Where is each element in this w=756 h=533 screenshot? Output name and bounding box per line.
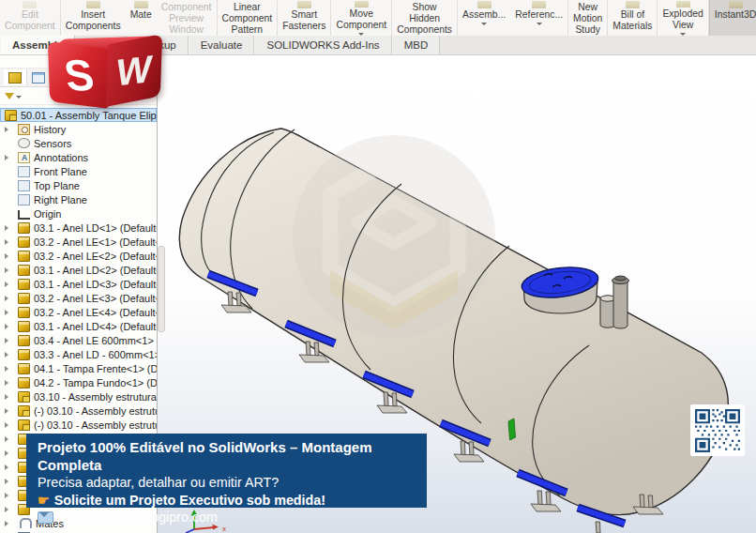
tree-item[interactable]: 03.2 - Anel LE<2> (Default<<Def [0,249,157,263]
expand-arrow-icon[interactable] [5,521,12,526]
expand-arrow-icon[interactable] [5,338,12,343]
expand-arrow-icon[interactable] [5,296,12,301]
toolbar-button-label: Referenc... [515,9,563,21]
tree-item[interactable]: 04.2 - Tampa Fundo<1> (Default [0,375,157,389]
toolbar-button-label: Exploded View [662,8,703,31]
tree-item-label: Top Plane [34,180,80,191]
tree-item[interactable]: 03.2 - Anel LE<3> (Default<<Def [0,291,157,305]
tree-item-label: 03.3 - Anel LD - 600mm<1> (Def [34,349,157,360]
tree-item[interactable]: History [0,122,157,136]
expand-arrow-icon[interactable] [5,450,12,456]
tree-item[interactable]: Front Plane [0,164,157,178]
toolbar-button[interactable]: Insert Components [61,0,126,36]
tree-item[interactable]: 03.2 - Anel LE<4> (Default<<Def [0,305,157,319]
tree-item[interactable]: (-) 03.10 - Assembly estrutura de [0,404,157,418]
expand-arrow-icon[interactable] [5,155,12,160]
toolbar-button-icon [729,1,743,8]
tree-item[interactable]: Top Plane [0,178,157,192]
expand-arrow-icon[interactable] [5,366,12,372]
expand-arrow-icon[interactable] [5,422,12,428]
toolbar-button[interactable]: Assemb... [458,0,510,36]
toolbar-button-icon [477,1,491,8]
expand-arrow-icon[interactable] [5,408,12,414]
tree-item-icon [18,363,30,374]
tree-item-icon [18,251,30,262]
tree-item-label: Origin [34,208,61,220]
tree-item[interactable]: 50.01 - Assembly Tanque Elipse Com [0,108,157,122]
toolbar-button[interactable]: Instant3D [709,0,756,36]
tree-item-label: 03.1 - Anel LD<4> (Default<<De [34,321,157,332]
toolbar-button-icon [86,1,100,8]
toolbar-button[interactable]: Referenc... [510,0,568,36]
expand-arrow-icon[interactable] [5,324,12,329]
command-tab[interactable]: MBD [392,36,441,54]
tree-item[interactable]: (-) 03.10 - Assembly estrutura de [0,418,157,432]
filter-icon[interactable] [5,93,14,99]
toolbar-button[interactable]: Component Preview Window [157,0,218,36]
logo-letter-s: S [48,41,110,109]
tree-item[interactable]: 03.1 - Anel LD<1> (Default<<De [0,221,157,235]
expand-arrow-icon[interactable] [5,479,12,484]
tree-item[interactable]: Right Plane [0,192,157,206]
chevron-down-icon[interactable] [16,96,22,99]
expand-arrow-icon[interactable] [5,127,12,132]
tree-item-icon [20,518,32,528]
toolbar-button-label: Edit Component [5,9,55,32]
expand-arrow-icon[interactable] [5,464,12,470]
tree-item[interactable]: 03.3 - Anel LD - 600mm<1> (Def [0,347,157,361]
toolbar-button-label: Mate [130,9,152,21]
toolbar-button[interactable]: Edit Component [0,0,61,36]
toolbar-button[interactable]: New Motion Study [568,0,608,36]
tree-item-label: 50.01 - Assembly Tanque Elipse Com [21,110,157,121]
command-tab[interactable]: Evaluate [189,36,255,54]
tree-item[interactable]: 03.1 - Anel LD<2> (Default<<De [0,263,157,277]
expand-arrow-icon[interactable] [5,352,12,358]
toolbar-button[interactable]: Show Hidden Components [392,0,458,36]
tree-item[interactable]: 03.10 - Assembly estrutura de fixa [0,389,157,404]
toolbar-button-icon [23,1,37,8]
chevron-down-icon[interactable] [537,23,542,25]
toolbar-button-label: Assemb... [462,9,506,21]
tree-item-label: 03.1 - Anel LD<1> (Default<<De [34,222,157,234]
toolbar-button[interactable]: Bill of Materials [608,0,658,36]
expand-arrow-icon[interactable] [5,394,12,400]
tree-item-label: 03.1 - Anel LD<2> (Default<<De [34,265,157,276]
tab-property-manager[interactable] [27,69,51,85]
expand-arrow-icon[interactable] [5,282,12,287]
tree-item[interactable]: 03.1 - Anel LD<4> (Default<<De [0,319,157,333]
expand-arrow-icon[interactable] [5,380,12,386]
expand-arrow-icon[interactable] [5,310,12,315]
command-tab-label: Evaluate [201,39,243,51]
tab-feature-tree[interactable] [4,69,27,85]
tree-item[interactable]: Sensors [0,136,157,150]
tree-item-icon [18,152,30,163]
expand-arrow-icon[interactable] [5,267,12,273]
toolbar-button[interactable]: Mate [126,0,157,36]
tree-item-icon [18,419,30,431]
tree-item-icon [18,236,30,248]
command-tab[interactable]: SOLIDWORKS Add-Ins [254,36,391,54]
expand-arrow-icon[interactable] [5,507,12,512]
tree-item[interactable]: 03.1 - Anel LD<3> (Default<<De [0,277,157,291]
tree-item[interactable]: 03.2 - Anel LE<1> (Default<<Def [0,235,157,249]
expand-arrow-icon[interactable] [5,493,12,498]
tree-item[interactable]: Annotations [0,150,157,164]
command-tab-label: SOLIDWORKS Add-Ins [266,39,379,51]
toolbar-button-icon [355,1,369,8]
tree-item[interactable]: 03.4 - Anel LE 600mm<1> (Defau [0,333,157,347]
expand-arrow-icon[interactable] [5,436,12,442]
tree-item[interactable]: 04.1 - Tampa Frente<1> (Default [0,361,157,375]
toolbar-button[interactable]: Exploded View [658,0,708,36]
toolbar-button[interactable]: Move Component [331,0,392,36]
tree-item[interactable]: Origin [0,206,157,221]
tree-item-icon [18,293,30,304]
panel-splitter-handle[interactable] [158,246,165,332]
toolbar-button[interactable]: Linear Component Pattern [218,0,279,36]
expand-arrow-icon[interactable] [5,239,12,245]
chevron-down-icon[interactable] [481,23,487,25]
tree-item-label: 04.2 - Tampa Fundo<1> (Default [34,377,157,388]
tree-item-label: 03.2 - Anel LE<1> (Default<<Def [34,236,157,248]
expand-arrow-icon[interactable] [5,225,12,231]
toolbar-button[interactable]: Smart Fasteners [278,0,331,36]
expand-arrow-icon[interactable] [5,253,12,259]
